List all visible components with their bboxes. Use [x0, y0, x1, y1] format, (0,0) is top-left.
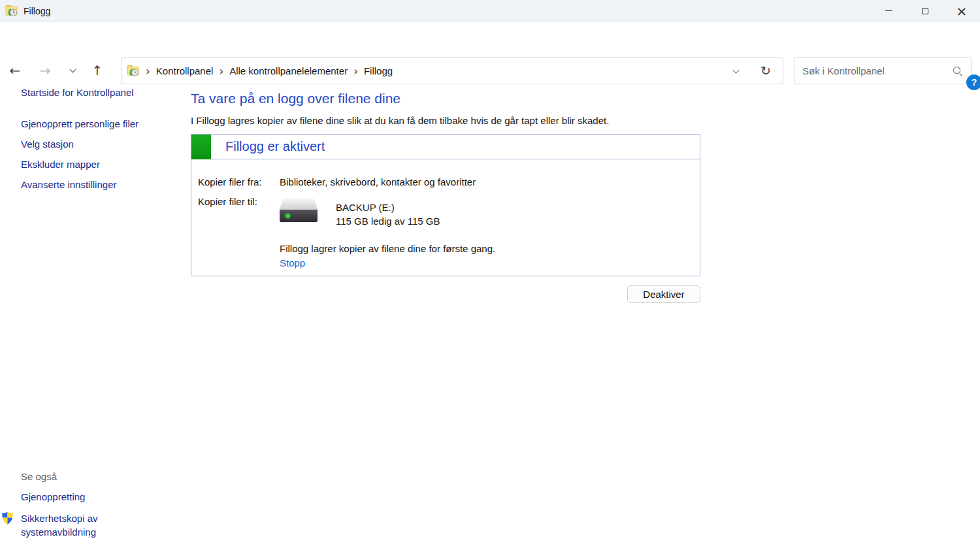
stop-link[interactable]: Stopp [280, 257, 305, 268]
breadcrumb-all-items[interactable]: Alle kontrollpanelelementer [229, 65, 348, 76]
sidebar-item-home[interactable]: Startside for Kontrollpanel [21, 87, 134, 98]
copy-from-value: Biblioteker, skrivebord, kontakter og fa… [280, 176, 476, 187]
window-title: Fillogg [24, 6, 50, 16]
status-body: Kopier filer fra: Biblioteker, skrivebor… [191, 159, 700, 276]
breadcrumb-separator-icon: › [353, 65, 358, 78]
breadcrumb-separator-icon: › [146, 65, 150, 78]
up-button[interactable]: ↑ [88, 61, 107, 80]
close-button[interactable]: × [943, 0, 980, 22]
refresh-icon: ↻ [760, 65, 771, 77]
deactivate-button[interactable]: Deaktiver [627, 285, 700, 303]
sidebar-item-exclude-folders[interactable]: Ekskluder mapper [21, 159, 100, 170]
sidebar-item-advanced-settings[interactable]: Avanserte innstillinger [21, 179, 116, 190]
status-active-indicator [191, 135, 211, 159]
search-box [794, 57, 972, 84]
maximize-icon [922, 8, 928, 14]
breadcrumb-separator-icon: › [219, 65, 223, 78]
drive-free-space: 115 GB ledig av 115 GB [336, 216, 440, 227]
help-button[interactable]: ? [966, 74, 980, 90]
file-history-status-panel: Fillogg er aktivert Kopier filer fra: Bi… [191, 134, 700, 276]
close-icon: × [956, 5, 968, 18]
backup-status-text: Fillogg lagrer kopier av filene dine for… [280, 243, 495, 254]
file-history-window: { "window": { "title": "Fillogg", "close… [0, 0, 980, 550]
minimize-icon [885, 10, 892, 11]
status-header: Fillogg er aktivert [191, 135, 700, 159]
hard-drive-icon [280, 197, 318, 225]
file-history-app-icon [5, 5, 18, 17]
breadcrumb-file-history[interactable]: Fillogg [364, 65, 393, 76]
file-history-breadcrumb-icon [127, 65, 140, 77]
search-icon[interactable] [953, 66, 963, 76]
toolbar: ← → ↑ › Kontrollpanel › Alle kontrollpan… [0, 23, 980, 71]
address-dropdown-button[interactable] [729, 65, 742, 78]
drive-front-face [280, 210, 318, 222]
see-also-system-image-backup-link[interactable]: Sikkerhetskopi av systemavbildning [21, 511, 112, 539]
recent-pages-dropdown[interactable] [63, 61, 82, 80]
drive-top-face [280, 199, 318, 210]
see-also-recovery-link[interactable]: Gjenoppretting [21, 491, 85, 502]
copy-from-label: Kopier filer fra: [198, 176, 262, 187]
chevron-down-icon [732, 67, 739, 73]
drive-info: BACKUP (E:) 115 GB ledig av 115 GB [336, 197, 440, 227]
back-icon: ← [10, 63, 21, 78]
refresh-button[interactable]: ↻ [759, 65, 772, 78]
forward-icon: → [40, 63, 51, 78]
copy-to-label: Kopier filer til: [198, 196, 257, 207]
chevron-down-icon [69, 67, 76, 73]
page-title: Ta vare på en logg over filene dine [191, 91, 400, 106]
address-bar[interactable]: › Kontrollpanel › Alle kontrollpanelelem… [121, 57, 783, 84]
maximize-button[interactable] [907, 0, 943, 22]
drive-name: BACKUP (E:) [336, 202, 440, 213]
sidebar-item-select-drive[interactable]: Velg stasjon [21, 138, 74, 150]
window-controls: × [870, 0, 980, 22]
uac-shield-icon [1, 511, 14, 528]
page-description: I Fillogg lagres kopier av filene dine s… [191, 115, 609, 126]
drive-led-light [286, 214, 290, 218]
breadcrumb-control-panel[interactable]: Kontrollpanel [156, 65, 214, 76]
question-mark-icon: ? [972, 77, 977, 88]
forward-button[interactable]: → [35, 61, 55, 80]
titlebar: Fillogg × [0, 0, 980, 22]
target-drive-row: BACKUP (E:) 115 GB ledig av 115 GB [280, 197, 440, 227]
status-header-title: Fillogg er aktivert [225, 139, 325, 154]
minimize-button[interactable] [870, 0, 907, 22]
sidebar-item-restore-files[interactable]: Gjenopprett personlige filer [21, 118, 139, 129]
search-input[interactable] [802, 65, 953, 76]
address-bar-controls: ↻ [729, 65, 777, 78]
up-icon: ↑ [92, 63, 103, 78]
see-also-heading: Se også [21, 471, 57, 482]
back-button[interactable]: ← [5, 61, 25, 80]
